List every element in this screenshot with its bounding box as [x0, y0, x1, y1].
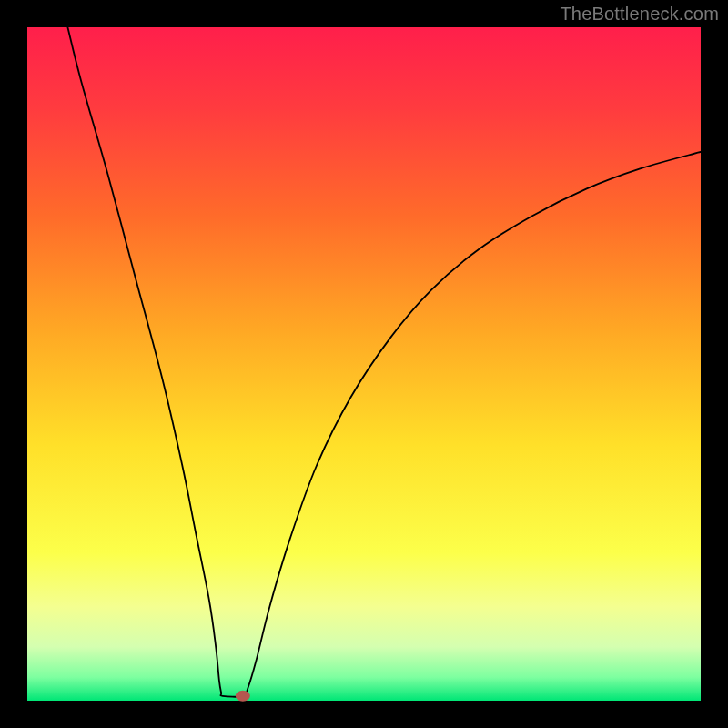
bottleneck-chart [0, 0, 728, 728]
current-point-marker [236, 691, 250, 702]
chart-frame: TheBottleneck.com [0, 0, 728, 728]
plot-background [27, 27, 701, 701]
